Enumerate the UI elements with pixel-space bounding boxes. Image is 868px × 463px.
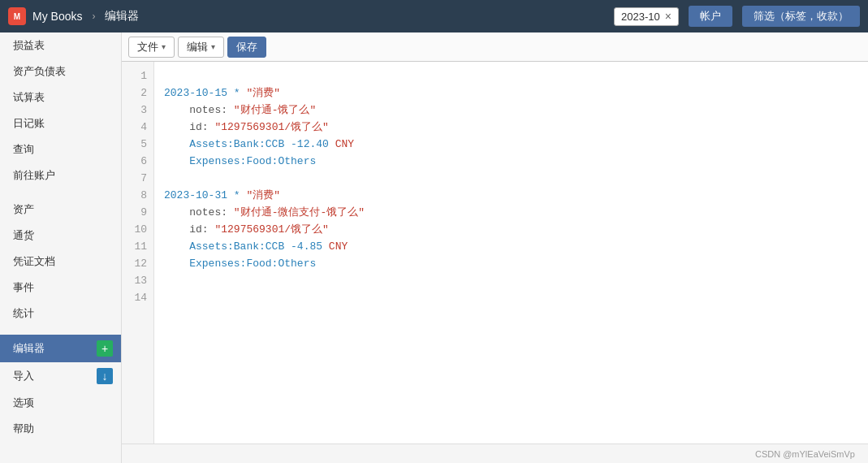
- footer-text: CSDN @mYlEaVeiSmVp: [755, 449, 855, 459]
- save-button[interactable]: 保存: [227, 37, 266, 58]
- currency-2: CNY: [329, 239, 348, 256]
- edit-menu-arrow-icon: ▾: [211, 42, 215, 51]
- val-notes-1: "财付通-饿了么": [234, 102, 316, 119]
- line-num-5: 5: [122, 136, 153, 154]
- line-num-11: 11: [122, 239, 153, 256]
- payee-2: "消费": [246, 188, 280, 205]
- account-1: Assets:Bank:CCB -12.40: [164, 136, 335, 154]
- line-num-13: 13: [122, 273, 153, 290]
- editor-line-4: id: "1297569301/饿了么": [164, 119, 858, 136]
- line-num-4: 4: [122, 119, 153, 136]
- expense-account-2: Expenses:Food:Others: [164, 256, 316, 273]
- line-num-7: 7: [122, 171, 153, 188]
- date-2: 2023-10-31 *: [164, 188, 246, 205]
- editor-line-13: [164, 273, 858, 290]
- line-numbers: 1 2 3 4 5 6 7 8 9 10 11 12 13 14: [122, 62, 154, 444]
- editor-line-1: [164, 68, 858, 85]
- search-value: 2023-10: [621, 11, 660, 23]
- editor-add-icon[interactable]: +: [97, 340, 113, 357]
- sidebar-item-events[interactable]: 事件: [0, 275, 121, 301]
- account-button[interactable]: 帐户: [689, 6, 732, 27]
- app-title: My Books: [32, 10, 82, 23]
- line-num-2: 2: [122, 85, 153, 102]
- sidebar-item-editor[interactable]: 编辑器 +: [0, 335, 121, 362]
- editor-line-8: 2023-10-31 * "消费": [164, 188, 858, 205]
- search-close-icon[interactable]: ×: [665, 11, 672, 22]
- sidebar-item-income-statement[interactable]: 损益表: [0, 32, 121, 58]
- logo-text: M: [14, 12, 20, 21]
- currency-1: CNY: [335, 136, 354, 154]
- footer: CSDN @mYlEaVeiSmVp: [122, 444, 868, 463]
- key-notes-2: notes:: [164, 205, 234, 222]
- breadcrumb-separator: ›: [92, 11, 95, 22]
- file-menu-label: 文件: [137, 40, 158, 54]
- main-layout: 损益表 资产负债表 试算表 日记账 查询 前往账户 资产 通货 凭证文档 事件 …: [0, 32, 868, 463]
- key-id-2: id:: [164, 222, 214, 239]
- line-num-1: 1: [122, 68, 153, 85]
- breadcrumb: 编辑器: [105, 9, 139, 24]
- sidebar-item-assets[interactable]: 资产: [0, 197, 121, 223]
- sidebar-spacer-1: [0, 188, 121, 197]
- key-notes-1: notes:: [164, 102, 234, 119]
- line-num-10: 10: [122, 222, 153, 239]
- val-notes-2: "财付通-微信支付-饿了么": [234, 205, 365, 222]
- editor-line-7: [164, 171, 858, 188]
- editor-line-6: Expenses:Food:Others: [164, 154, 858, 171]
- line-num-12: 12: [122, 256, 153, 273]
- file-menu-button[interactable]: 文件 ▾: [128, 37, 175, 58]
- search-box[interactable]: 2023-10 ×: [614, 7, 679, 26]
- editor-line-9: notes: "财付通-微信支付-饿了么": [164, 205, 858, 222]
- payee-1: "消费": [246, 85, 280, 102]
- line-num-8: 8: [122, 188, 153, 205]
- editor: 1 2 3 4 5 6 7 8 9 10 11 12 13 14 2023-10…: [122, 62, 868, 444]
- editor-line-12: Expenses:Food:Others: [164, 256, 858, 273]
- editor-line-2: 2023-10-15 * "消费": [164, 85, 858, 102]
- sidebar-spacer-2: [0, 327, 121, 335]
- import-download-icon[interactable]: ↓: [97, 368, 113, 384]
- sidebar-item-statistics[interactable]: 统计: [0, 301, 121, 327]
- filter-button[interactable]: 筛选（标签，收款）: [742, 6, 860, 27]
- app-logo: M: [8, 7, 26, 25]
- sidebar-item-options[interactable]: 选项: [0, 390, 121, 416]
- sidebar-item-trial-balance[interactable]: 试算表: [0, 84, 121, 110]
- editor-line-14: [164, 290, 858, 307]
- file-menu-arrow-icon: ▾: [162, 42, 166, 51]
- sidebar-item-documents[interactable]: 凭证文档: [0, 249, 121, 275]
- sidebar-item-import[interactable]: 导入 ↓: [0, 362, 121, 390]
- sidebar-item-balance-sheet[interactable]: 资产负债表: [0, 58, 121, 84]
- content-area: 文件 ▾ 编辑 ▾ 保存 1 2 3 4 5 6 7 8 9 10 11: [122, 32, 868, 463]
- sidebar: 损益表 资产负债表 试算表 日记账 查询 前往账户 资产 通货 凭证文档 事件 …: [0, 32, 122, 463]
- val-id-1: "1297569301/饿了么": [214, 119, 328, 136]
- line-num-14: 14: [122, 290, 153, 307]
- edit-menu-label: 编辑: [187, 40, 208, 54]
- expense-account-1: Expenses:Food:Others: [164, 154, 316, 171]
- sidebar-item-query[interactable]: 查询: [0, 136, 121, 162]
- toolbar: 文件 ▾ 编辑 ▾ 保存: [122, 32, 868, 62]
- sidebar-item-help[interactable]: 帮助: [0, 416, 121, 442]
- header: M My Books › 编辑器 2023-10 × 帐户 筛选（标签，收款）: [0, 0, 868, 32]
- sidebar-item-journal[interactable]: 日记账: [0, 110, 121, 136]
- sidebar-item-prior-account[interactable]: 前往账户: [0, 162, 121, 188]
- editor-text-area[interactable]: 2023-10-15 * "消费" notes: "财付通-饿了么" id: "…: [154, 62, 868, 444]
- sidebar-item-currency[interactable]: 通货: [0, 223, 121, 249]
- editor-line-5: Assets:Bank:CCB -12.40 CNY: [164, 136, 858, 154]
- account-2: Assets:Bank:CCB -4.85: [164, 239, 329, 256]
- key-id-1: id:: [164, 119, 214, 136]
- line-num-9: 9: [122, 205, 153, 222]
- edit-menu-button[interactable]: 编辑 ▾: [178, 37, 224, 58]
- editor-line-10: id: "1297569301/饿了么": [164, 222, 858, 239]
- editor-line-11: Assets:Bank:CCB -4.85 CNY: [164, 239, 858, 256]
- val-id-2: "1297569301/饿了么": [214, 222, 328, 239]
- date-1: 2023-10-15 *: [164, 85, 246, 102]
- line-num-3: 3: [122, 102, 153, 119]
- editor-line-3: notes: "财付通-饿了么": [164, 102, 858, 119]
- line-num-6: 6: [122, 154, 153, 171]
- sidebar-import-label: 导入: [13, 369, 34, 383]
- sidebar-editor-label: 编辑器: [13, 341, 45, 356]
